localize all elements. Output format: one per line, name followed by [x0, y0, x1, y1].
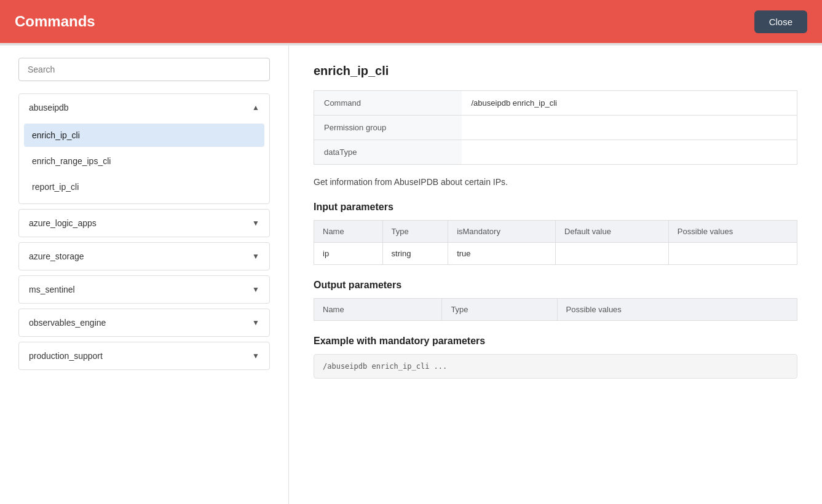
- command-title: enrich_ip_cli: [314, 64, 797, 78]
- info-value-command: /abuseipdb enrich_ip_cli: [462, 91, 797, 116]
- group-label-abuseipdb: abuseipdb: [29, 103, 69, 112]
- example-code: /abuseipdb enrich_ip_cli ...: [314, 354, 797, 379]
- header: Commands Close: [0, 0, 822, 43]
- info-table: Command /abuseipdb enrich_ip_cli Permiss…: [314, 90, 797, 165]
- info-label-permission: Permission group: [314, 116, 462, 140]
- input-col-possible: Possible values: [668, 221, 797, 243]
- input-row-name: ip: [314, 243, 383, 265]
- chevron-down-icon-3: ▼: [252, 285, 259, 294]
- group-commands-abuseipdb: enrich_ip_cli enrich_range_ips_cli repor…: [19, 121, 269, 203]
- group-header-ms-sentinel[interactable]: ms_sentinel ▼: [19, 276, 269, 303]
- input-row-mandatory: true: [448, 243, 556, 265]
- command-item-enrich-range-ips-cli[interactable]: enrich_range_ips_cli: [24, 149, 264, 173]
- input-col-type: Type: [382, 221, 448, 243]
- group-header-azure-logic-apps[interactable]: azure_logic_apps ▼: [19, 210, 269, 237]
- group-label-observables-engine: observables_engine: [29, 318, 106, 328]
- right-panel: enrich_ip_cli Command /abuseipdb enrich_…: [289, 45, 822, 504]
- left-panel: abuseipdb ▲ enrich_ip_cli enrich_range_i…: [0, 45, 289, 504]
- info-row-datatype: dataType: [314, 140, 797, 165]
- output-params-table: Name Type Possible values: [314, 298, 797, 321]
- info-value-permission: [462, 116, 797, 140]
- chevron-down-icon-4: ▼: [252, 318, 259, 327]
- group-item-ms-sentinel: ms_sentinel ▼: [18, 275, 270, 304]
- group-item-abuseipdb: abuseipdb ▲ enrich_ip_cli enrich_range_i…: [18, 93, 270, 204]
- group-label-ms-sentinel: ms_sentinel: [29, 285, 75, 294]
- example-title: Example with mandatory parameters: [314, 336, 797, 347]
- chevron-down-icon: ▼: [252, 219, 259, 227]
- group-item-production-support: production_support ▼: [18, 342, 270, 370]
- close-button[interactable]: Close: [754, 10, 807, 33]
- input-params-title: Input parameters: [314, 202, 797, 213]
- output-params-header-row: Name Type Possible values: [314, 299, 797, 321]
- chevron-down-icon-2: ▼: [252, 252, 259, 261]
- input-col-default: Default value: [556, 221, 669, 243]
- group-item-azure-logic-apps: azure_logic_apps ▼: [18, 209, 270, 237]
- group-header-observables-engine[interactable]: observables_engine ▼: [19, 309, 269, 336]
- info-label-datatype: dataType: [314, 140, 462, 165]
- input-row-type: string: [382, 243, 448, 265]
- output-col-name: Name: [314, 299, 442, 321]
- info-label-command: Command: [314, 91, 462, 116]
- info-row-command: Command /abuseipdb enrich_ip_cli: [314, 91, 797, 116]
- input-col-name: Name: [314, 221, 383, 243]
- input-row-default: [556, 243, 669, 265]
- input-params-table: Name Type isMandatory Default value Poss…: [314, 220, 797, 265]
- description: Get information from AbuseIPDB about cer…: [314, 177, 797, 187]
- group-label-production-support: production_support: [29, 351, 103, 361]
- group-label-azure-storage: azure_storage: [29, 251, 84, 261]
- group-label-azure-logic-apps: azure_logic_apps: [29, 218, 97, 228]
- group-header-azure-storage[interactable]: azure_storage ▼: [19, 243, 269, 270]
- group-header-production-support[interactable]: production_support ▼: [19, 342, 269, 369]
- info-value-datatype: [462, 140, 797, 165]
- command-item-report-ip-cli[interactable]: report_ip_cli: [24, 175, 264, 199]
- body: abuseipdb ▲ enrich_ip_cli enrich_range_i…: [0, 43, 822, 504]
- chevron-up-icon: ▲: [252, 103, 259, 112]
- page-title: Commands: [15, 13, 95, 30]
- command-item-enrich-ip-cli[interactable]: enrich_ip_cli: [24, 124, 264, 147]
- group-header-abuseipdb[interactable]: abuseipdb ▲: [19, 94, 269, 121]
- input-col-mandatory: isMandatory: [448, 221, 556, 243]
- example-section: Example with mandatory parameters /abuse…: [314, 336, 797, 379]
- chevron-down-icon-5: ▼: [252, 352, 259, 360]
- output-col-type: Type: [442, 299, 557, 321]
- input-row-possible: [668, 243, 797, 265]
- output-col-possible: Possible values: [557, 299, 797, 321]
- search-input[interactable]: [18, 58, 270, 81]
- group-list: abuseipdb ▲ enrich_ip_cli enrich_range_i…: [18, 93, 270, 370]
- input-params-row-ip: ip string true: [314, 243, 797, 265]
- output-params-title: Output parameters: [314, 280, 797, 291]
- group-item-azure-storage: azure_storage ▼: [18, 242, 270, 270]
- info-row-permission: Permission group: [314, 116, 797, 140]
- group-item-observables-engine: observables_engine ▼: [18, 309, 270, 337]
- input-params-header-row: Name Type isMandatory Default value Poss…: [314, 221, 797, 243]
- app-container: Commands Close abuseipdb ▲ enrich_ip_cli: [0, 0, 822, 504]
